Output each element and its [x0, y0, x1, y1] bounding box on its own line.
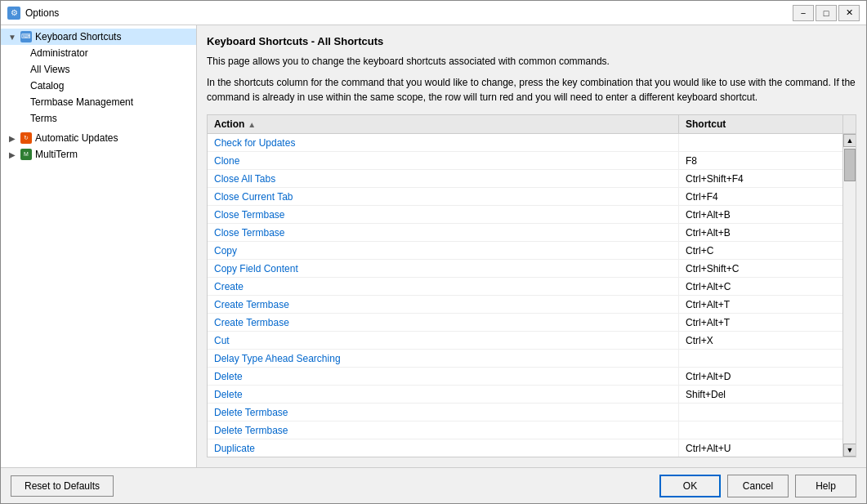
scrollbar[interactable]: ▲ ▼ [842, 134, 856, 457]
table-row[interactable]: Close TermbaseCtrl+Alt+B [208, 206, 842, 224]
row-action: Copy [208, 242, 679, 259]
table-row[interactable]: Check for Updates [208, 134, 842, 152]
row-action: Close Termbase [208, 206, 679, 223]
table-row[interactable]: Delay Type Ahead Searching [208, 350, 842, 368]
sort-icon: ▲ [248, 120, 256, 129]
title-bar-left: ⚙ Options [7, 7, 59, 20]
row-shortcut: Ctrl+Alt+T [679, 296, 842, 313]
table-row[interactable]: Create TermbaseCtrl+Alt+T [208, 314, 842, 332]
main-panel: Keyboard Shortcuts - All Shortcuts This … [197, 25, 866, 467]
maximize-button[interactable]: □ [816, 5, 837, 21]
header-action: Action ▲ [208, 115, 679, 133]
window-icon: ⚙ [7, 7, 20, 20]
row-shortcut: Ctrl+F4 [679, 188, 842, 205]
content-area: ▼ ⌨ Keyboard Shortcuts Administrator All… [1, 25, 866, 467]
row-shortcut [679, 350, 842, 367]
footer: Reset to Defaults OK Cancel Help [1, 467, 866, 503]
sidebar-label-multiterm: MultiTerm [35, 149, 78, 160]
footer-left: Reset to Defaults [11, 475, 114, 497]
row-action: Delay Type Ahead Searching [208, 350, 679, 367]
row-shortcut: Shift+Del [679, 386, 842, 403]
row-shortcut: Ctrl+Shift+C [679, 260, 842, 277]
row-shortcut: Ctrl+Alt+D [679, 368, 842, 385]
table-row[interactable]: Delete Termbase [208, 404, 842, 421]
cancel-button[interactable]: Cancel [727, 475, 789, 497]
row-shortcut: Ctrl+Alt+B [679, 224, 842, 241]
row-action: Check for Updates [208, 134, 679, 151]
ok-button[interactable]: OK [659, 475, 721, 497]
sidebar-label-keyboard-shortcuts: Keyboard Shortcuts [35, 31, 121, 42]
window-title: Options [25, 7, 59, 19]
sidebar: ▼ ⌨ Keyboard Shortcuts Administrator All… [1, 25, 197, 467]
sidebar-item-termbase-management[interactable]: Termbase Management [1, 94, 196, 110]
close-button[interactable]: ✕ [838, 5, 860, 21]
row-action: Close Current Tab [208, 188, 679, 205]
table-row[interactable]: Delete Termbase [208, 421, 842, 439]
table-row[interactable]: Close TermbaseCtrl+Alt+B [208, 224, 842, 242]
expand-icon: ▼ [7, 32, 17, 42]
panel-description-1: This page allows you to change the keybo… [207, 54, 856, 69]
row-action: Delete Termbase [208, 421, 679, 439]
sidebar-label-automatic-updates: Automatic Updates [35, 132, 118, 144]
table-row[interactable]: DuplicateCtrl+Alt+U [208, 439, 842, 457]
row-action: Delete [208, 386, 679, 403]
help-button[interactable]: Help [795, 475, 856, 497]
sidebar-item-automatic-updates[interactable]: ▶ ↻ Automatic Updates [1, 130, 196, 146]
row-action: Close All Tabs [208, 170, 679, 187]
table-row[interactable]: Close Current TabCtrl+F4 [208, 188, 842, 206]
sidebar-label-terms: Terms [30, 113, 57, 124]
row-action: Delete [208, 368, 679, 385]
footer-right: OK Cancel Help [659, 475, 856, 497]
minimize-button[interactable]: − [793, 5, 814, 21]
sidebar-item-administrator[interactable]: Administrator [1, 45, 196, 61]
sidebar-label-administrator: Administrator [30, 47, 88, 59]
reset-defaults-button[interactable]: Reset to Defaults [11, 475, 114, 497]
keyboard-icon: ⌨ [20, 31, 32, 42]
scroll-thumb[interactable] [844, 149, 856, 181]
table-row[interactable]: DeleteCtrl+Alt+D [208, 368, 842, 386]
title-bar-controls: − □ ✕ [793, 5, 860, 21]
row-shortcut [679, 421, 842, 439]
table-row[interactable]: Create TermbaseCtrl+Alt+T [208, 296, 842, 314]
auto-updates-icon: ↻ [20, 132, 32, 144]
sidebar-label-catalog: Catalog [30, 80, 64, 91]
sidebar-item-terms[interactable]: Terms [1, 110, 196, 127]
row-action: Delete Termbase [208, 404, 679, 421]
table-row[interactable]: CutCtrl+X [208, 332, 842, 350]
scroll-up-arrow[interactable]: ▲ [843, 134, 856, 147]
sidebar-item-multiterm[interactable]: ▶ M MultiTerm [1, 146, 196, 163]
row-action: Create [208, 278, 679, 295]
header-shortcut: Shortcut [679, 115, 842, 133]
panel-description-2: In the shortcuts column for the command … [207, 75, 856, 105]
sidebar-item-keyboard-shortcuts[interactable]: ▼ ⌨ Keyboard Shortcuts [1, 29, 196, 45]
row-shortcut: Ctrl+C [679, 242, 842, 259]
row-shortcut [679, 134, 842, 151]
expand-icon-multi: ▶ [7, 149, 17, 159]
row-shortcut: Ctrl+X [679, 332, 842, 349]
row-shortcut: Ctrl+Alt+U [679, 439, 842, 457]
scroll-down-arrow[interactable]: ▼ [843, 444, 856, 457]
row-shortcut: F8 [679, 152, 842, 169]
table-row[interactable]: CopyCtrl+C [208, 242, 842, 260]
sidebar-label-all-views: All Views [30, 64, 69, 75]
table-body: Check for UpdatesCloneF8Close All TabsCt… [208, 134, 842, 457]
title-bar: ⚙ Options − □ ✕ [1, 1, 866, 25]
options-window: ⚙ Options − □ ✕ ▼ ⌨ Keyboard Shortcuts A… [0, 0, 867, 504]
row-action: Duplicate [208, 439, 679, 457]
row-action: Copy Field Content [208, 260, 679, 277]
row-action: Cut [208, 332, 679, 349]
table-row[interactable]: DeleteShift+Del [208, 386, 842, 404]
row-action: Create Termbase [208, 314, 679, 331]
sidebar-item-catalog[interactable]: Catalog [1, 78, 196, 94]
table-header: Action ▲ Shortcut [208, 115, 856, 134]
table-row[interactable]: Close All TabsCtrl+Shift+F4 [208, 170, 842, 188]
row-shortcut: Ctrl+Alt+C [679, 278, 842, 295]
row-action: Create Termbase [208, 296, 679, 313]
table-row[interactable]: Copy Field ContentCtrl+Shift+C [208, 260, 842, 278]
table-row[interactable]: CreateCtrl+Alt+C [208, 278, 842, 296]
sidebar-item-all-views[interactable]: All Views [1, 61, 196, 78]
expand-icon-auto: ▶ [7, 133, 17, 143]
multiterm-icon: M [20, 149, 32, 160]
panel-title: Keyboard Shortcuts - All Shortcuts [207, 35, 856, 47]
table-row[interactable]: CloneF8 [208, 152, 842, 170]
